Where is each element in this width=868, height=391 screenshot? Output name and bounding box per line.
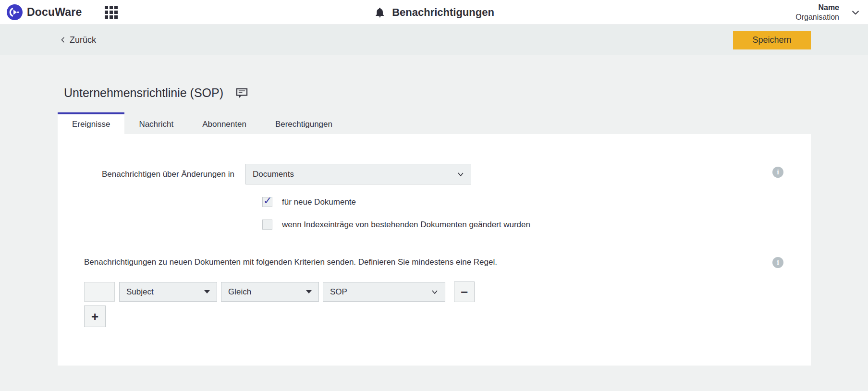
info-icon[interactable]: i (772, 167, 783, 178)
tab-bar: Ereignisse Nachricht Abonnenten Berechti… (58, 112, 868, 134)
criteria-instruction: Benachrichtigungen zu neuen Dokumenten m… (84, 257, 784, 267)
action-toolbar: Zurück Speichern (0, 25, 868, 55)
back-label: Zurück (70, 35, 96, 45)
index-changed-row: wenn Indexeinträge von bestehenden Dokum… (262, 220, 784, 230)
content-area: Unternehmensrichtlinie (SOP) Ereignisse … (0, 55, 868, 366)
user-name: Name (795, 3, 839, 12)
watch-label: Benachrichtigen über Änderungen in (102, 170, 234, 179)
rule-field-select[interactable]: Subject (119, 282, 217, 302)
top-bar: DocuWare Benachrichtigungen Name Organis… (0, 0, 868, 25)
comment-icon[interactable] (236, 88, 248, 98)
bell-icon (374, 7, 385, 18)
tab-berechtigungen[interactable]: Berechtigungen (261, 112, 347, 134)
index-changed-label[interactable]: wenn Indexeinträge von bestehenden Dokum… (282, 220, 530, 230)
app-grid-icon[interactable] (105, 6, 118, 19)
notification-name: Unternehmensrichtlinie (SOP) (64, 86, 223, 100)
user-organisation: Organisation (795, 12, 839, 22)
page-header-title: Benachrichtigungen (392, 6, 494, 19)
rule-connector-box (84, 282, 115, 302)
tab-abonnenten[interactable]: Abonnenten (188, 112, 261, 134)
rule-operator-select[interactable]: Gleich (221, 282, 319, 302)
watch-row: Benachrichtigen über Änderungen in Docum… (102, 164, 784, 184)
triangle-down-icon (204, 290, 210, 293)
header-title-group: Benachrichtigungen (374, 0, 494, 25)
user-info: Name Organisation (795, 3, 839, 22)
tab-ereignisse[interactable]: Ereignisse (58, 112, 124, 134)
chevron-down-icon (457, 172, 464, 177)
user-menu[interactable]: Name Organisation (795, 3, 860, 22)
chevron-down-icon (431, 290, 438, 294)
brand-name: DocuWare (27, 6, 82, 19)
docuware-logo-icon (7, 4, 23, 20)
new-documents-label[interactable]: für neue Dokumente (282, 197, 356, 207)
file-cabinet-select-value: Documents (253, 170, 457, 179)
new-documents-row: für neue Dokumente (262, 197, 784, 207)
back-button[interactable]: Zurück (59, 35, 96, 45)
tab-nachricht[interactable]: Nachricht (124, 112, 188, 134)
chevron-down-icon (851, 8, 860, 17)
events-panel: Benachrichtigen über Änderungen in Docum… (58, 134, 811, 366)
info-icon[interactable]: i (772, 257, 783, 268)
add-rule-button[interactable]: + (84, 305, 106, 327)
rule-value-value: SOP (330, 287, 431, 297)
index-changed-checkbox[interactable] (262, 220, 272, 230)
rule-value-select[interactable]: SOP (323, 282, 445, 302)
triangle-down-icon (306, 290, 312, 293)
rule-row: Subject Gleich SOP − (84, 281, 784, 302)
chevron-left-icon (59, 36, 67, 44)
remove-rule-button[interactable]: − (454, 281, 475, 302)
rule-field-value: Subject (126, 287, 204, 297)
file-cabinet-select[interactable]: Documents (245, 164, 471, 184)
add-rule-row: + (84, 305, 784, 327)
docuware-logo[interactable]: DocuWare (7, 4, 82, 20)
new-documents-checkbox[interactable] (262, 197, 272, 207)
rule-operator-value: Gleich (228, 287, 306, 297)
notification-title-row: Unternehmensrichtlinie (SOP) (64, 86, 868, 100)
save-button[interactable]: Speichern (733, 31, 811, 49)
